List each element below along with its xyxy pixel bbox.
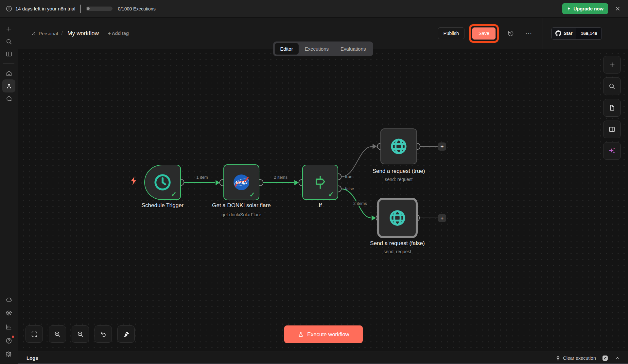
breadcrumb-separator: / xyxy=(61,30,63,37)
executions-progress-bar xyxy=(86,7,113,11)
new-workflow-button[interactable] xyxy=(3,23,15,35)
upgrade-now-button[interactable]: Upgrade now xyxy=(562,3,608,14)
arrowhead xyxy=(372,215,376,221)
sidebar-item-templates[interactable] xyxy=(3,307,15,320)
svg-text:NASA: NASA xyxy=(236,180,247,185)
breadcrumb: Personal / My workflow + Add tag xyxy=(31,30,129,37)
ai-assistant-button[interactable] xyxy=(603,142,621,160)
trigger-bolt-icon xyxy=(130,176,138,185)
trial-banner: 14 days left in your n8n trial 0/1000 Ex… xyxy=(0,0,628,18)
trial-message: 14 days left in your n8n trial xyxy=(15,6,75,11)
node-title: Send a request (true) xyxy=(373,168,425,174)
open-logs-popout-icon[interactable] xyxy=(601,354,609,362)
github-star-label: Star xyxy=(564,31,572,36)
tab-evaluations[interactable]: Evaluations xyxy=(335,43,372,55)
flask-icon xyxy=(298,331,304,338)
edge-item-count: 2 items xyxy=(272,175,289,180)
add-tag-button[interactable]: + Add tag xyxy=(108,31,129,36)
arrowhead xyxy=(216,180,220,185)
nasa-icon: NASA xyxy=(233,174,250,191)
node-donki-solar-flare[interactable]: NASA xyxy=(223,164,259,200)
node-subtitle: send: request xyxy=(385,177,413,182)
close-banner-icon[interactable] xyxy=(614,5,621,12)
sidebar-item-home[interactable] xyxy=(3,67,15,79)
version-history-icon[interactable] xyxy=(505,28,516,39)
node-schedule-trigger[interactable] xyxy=(144,165,181,200)
port-label-stub xyxy=(341,177,344,189)
arrowhead xyxy=(373,144,377,149)
tab-editor[interactable]: Editor xyxy=(274,43,298,55)
canvas-search-button[interactable] xyxy=(603,77,621,95)
node-if[interactable] xyxy=(302,165,338,200)
more-options-icon[interactable]: ⋯ xyxy=(523,27,534,39)
true-output-label: true xyxy=(345,174,352,179)
node-send-request-false[interactable] xyxy=(379,200,416,236)
person-icon xyxy=(31,31,36,36)
executions-count: 0/1000 Executions xyxy=(118,6,155,11)
arrowhead xyxy=(294,180,299,185)
zoom-in-button[interactable] xyxy=(49,325,66,343)
github-star-count: 169,148 xyxy=(576,28,602,39)
sidebar-item-settings[interactable] xyxy=(3,348,15,361)
node-title: If xyxy=(319,202,322,209)
success-check-icon xyxy=(249,191,255,199)
sidebar-item-chat[interactable] xyxy=(3,92,15,105)
notification-dot xyxy=(12,336,14,338)
publish-button[interactable]: Publish xyxy=(438,27,465,39)
info-icon xyxy=(6,6,12,12)
clock-icon xyxy=(153,173,172,192)
tab-executions[interactable]: Executions xyxy=(299,43,334,55)
globe-icon xyxy=(389,209,406,227)
github-star-widget[interactable]: Star 169,148 xyxy=(551,27,602,40)
sparkles-icon xyxy=(608,147,616,155)
execute-workflow-button[interactable]: Execute workflow xyxy=(284,325,363,343)
zoom-to-fit-button[interactable] xyxy=(26,325,43,343)
save-button[interactable]: Save xyxy=(472,27,496,40)
node-subtitle: get:donkiSolarFlare xyxy=(221,212,261,217)
node-title: Schedule Trigger xyxy=(142,202,184,209)
sidebar-item-cloud[interactable] xyxy=(3,293,15,306)
node-subtitle: send: request xyxy=(384,249,411,254)
sticky-note-button[interactable] xyxy=(603,99,621,117)
toggle-panel-button[interactable] xyxy=(603,121,621,138)
workflow-edges xyxy=(18,49,628,352)
tidy-up-button[interactable] xyxy=(117,325,135,343)
sidebar-item-insights[interactable] xyxy=(3,321,15,333)
view-tabs: Editor Executions Evaluations xyxy=(273,41,373,56)
add-node-panel-button[interactable] xyxy=(603,56,621,74)
edge-item-count: 2 items xyxy=(352,201,368,206)
logs-panel-header[interactable]: Logs Clear execution xyxy=(18,352,628,364)
expand-logs-chevron-icon[interactable] xyxy=(614,355,621,361)
edge-if-true[interactable] xyxy=(341,146,373,177)
bolt-icon xyxy=(567,6,571,11)
add-node-button[interactable]: + xyxy=(438,142,446,151)
success-check-icon xyxy=(328,190,334,198)
collapse-sidebar-icon[interactable] xyxy=(3,48,15,60)
search-icon[interactable] xyxy=(3,35,15,48)
workflow-canvas[interactable]: Schedule Trigger NASA Get a DONKI solar … xyxy=(18,49,628,352)
undo-button[interactable] xyxy=(95,325,112,343)
left-sidebar xyxy=(0,18,18,364)
divider xyxy=(3,63,14,64)
add-node-button[interactable]: + xyxy=(438,214,446,222)
signpost-icon xyxy=(312,174,329,191)
globe-icon xyxy=(390,138,408,155)
trash-icon xyxy=(555,356,561,361)
sidebar-item-personal[interactable] xyxy=(2,79,15,92)
breadcrumb-project[interactable]: Personal xyxy=(31,31,58,36)
false-output-label: false xyxy=(345,186,354,191)
node-title: Send a request (false) xyxy=(370,240,425,247)
divider xyxy=(80,5,81,13)
broom-icon xyxy=(123,331,130,338)
edge-item-count: 1 item xyxy=(195,175,209,180)
workflow-title[interactable]: My workflow xyxy=(67,30,99,37)
clear-execution-button[interactable]: Clear execution xyxy=(555,356,596,361)
zoom-out-button[interactable] xyxy=(72,325,89,343)
node-title: Get a DONKI solar flare xyxy=(212,202,271,209)
logs-title: Logs xyxy=(26,355,38,361)
node-send-request-true[interactable] xyxy=(380,128,417,164)
github-icon xyxy=(555,30,561,36)
success-check-icon xyxy=(171,190,177,198)
